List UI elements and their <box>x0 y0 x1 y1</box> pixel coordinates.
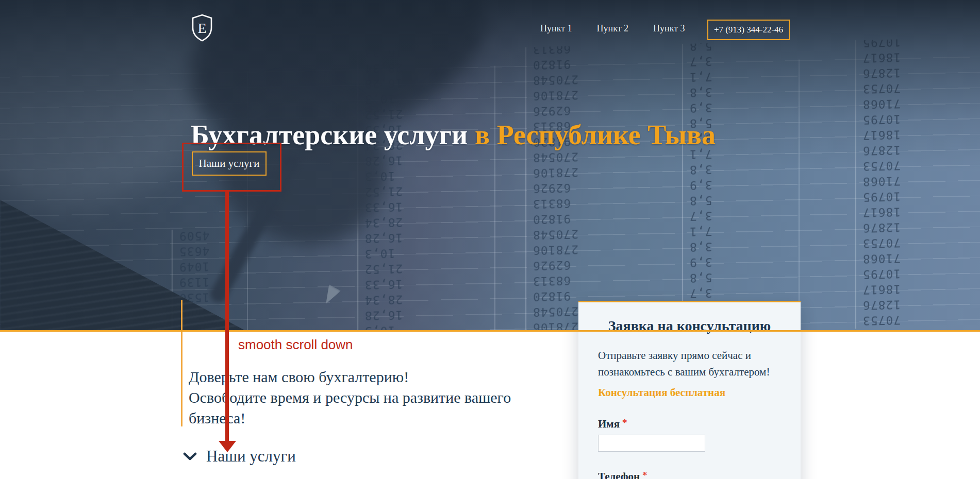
spreadsheet-column: 3,8 7,1 3,7 5,8 3,9 3,8 7,1 3,7 5,8 3,9 … <box>682 43 716 330</box>
spreadsheet-gridline <box>494 66 495 330</box>
required-asterisk: * <box>622 417 627 428</box>
spreadsheet-column: 70753 12876 18617 10795 71068 70753 1287… <box>855 39 926 329</box>
shield-logo-icon[interactable]: E <box>191 14 213 42</box>
vertical-accent-line <box>181 300 182 426</box>
page-title-accent: в Республике Тыва <box>475 119 716 150</box>
phone-label-text: Телефон <box>598 470 640 479</box>
annotation-arrow-line <box>225 192 229 441</box>
spreadsheet-column: 278106 270548 91820 68313 62926 278106 2… <box>525 46 590 330</box>
nav-item-1[interactable]: Пункт 1 <box>540 23 572 34</box>
phone-field-label: Телефон* <box>598 470 781 479</box>
name-input[interactable] <box>598 435 705 452</box>
annotation-scroll-hint: smooth scroll down <box>238 337 353 353</box>
hero-bottom-accent-line <box>0 330 980 332</box>
nav-item-2[interactable]: Пункт 2 <box>597 23 629 34</box>
name-field-label: Имя* <box>598 418 781 431</box>
services-heading-label: Наши услуги <box>206 447 296 466</box>
required-asterisk: * <box>642 470 647 479</box>
lead-line-2: Освободите время и ресурсы на развитие в… <box>189 387 544 429</box>
main-nav: Пункт 1 Пункт 2 Пункт 3 <box>540 23 685 34</box>
logo-letter: E <box>197 20 206 36</box>
lead-line-1: Доверьте нам свою бухгалтерию! <box>189 367 544 387</box>
free-consultation-note: Консультация бесплатная <box>598 386 781 399</box>
lead-paragraph: Доверьте нам свою бухгалтерию! Освободит… <box>189 367 544 429</box>
name-label-text: Имя <box>598 418 620 430</box>
hero-section: 70753 12876 18617 10795 71068 70753 1287… <box>0 0 980 330</box>
services-section-heading[interactable]: Наши услуги <box>183 447 296 466</box>
annotation-highlight-rect <box>182 143 281 192</box>
form-title: Заявка на консультацию <box>578 318 801 334</box>
consultation-form-card: Заявка на консультацию Отправьте заявку … <box>578 301 801 479</box>
spreadsheet-gridline <box>799 59 800 323</box>
phone-button[interactable]: +7 (913) 344-22-46 <box>707 20 790 40</box>
chevron-down-icon <box>183 452 197 461</box>
form-subtitle: Отправьте заявку прямо сейчас и познаком… <box>598 347 778 380</box>
nav-item-3[interactable]: Пункт 3 <box>653 23 685 34</box>
